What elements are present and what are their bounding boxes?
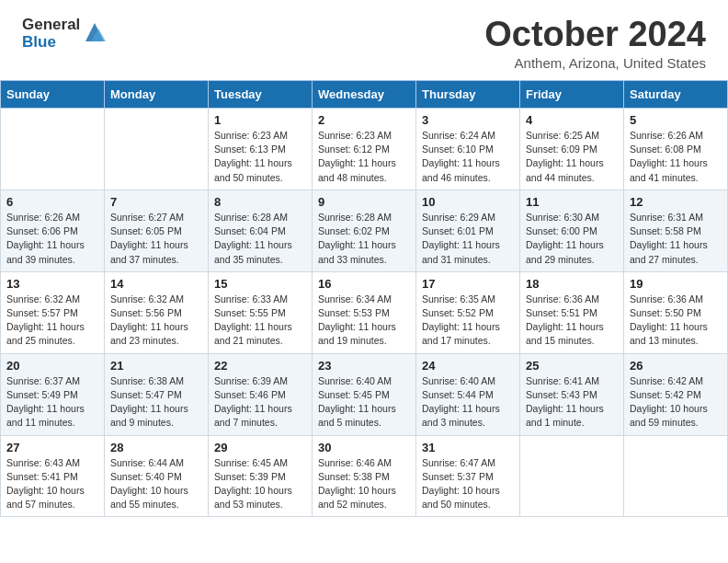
- day-info: Sunrise: 6:39 AM Sunset: 5:46 PM Dayligh…: [214, 374, 306, 431]
- day-number: 28: [110, 441, 202, 454]
- calendar-cell: [520, 435, 624, 517]
- calendar-cell: 12Sunrise: 6:31 AM Sunset: 5:58 PM Dayli…: [624, 190, 728, 271]
- day-number: 19: [630, 277, 722, 291]
- day-of-week-header: Thursday: [416, 81, 520, 109]
- calendar-week-row: 6Sunrise: 6:26 AM Sunset: 6:06 PM Daylig…: [1, 190, 728, 271]
- day-info: Sunrise: 6:23 AM Sunset: 6:12 PM Dayligh…: [318, 129, 410, 185]
- calendar-cell: 8Sunrise: 6:28 AM Sunset: 6:04 PM Daylig…: [209, 190, 313, 271]
- day-info: Sunrise: 6:24 AM Sunset: 6:10 PM Dayligh…: [422, 129, 514, 185]
- day-info: Sunrise: 6:33 AM Sunset: 5:55 PM Dayligh…: [214, 293, 306, 349]
- calendar-cell: 11Sunrise: 6:30 AM Sunset: 6:00 PM Dayli…: [520, 190, 624, 271]
- day-number: 31: [422, 441, 514, 454]
- day-number: 14: [110, 277, 202, 291]
- day-info: Sunrise: 6:32 AM Sunset: 5:56 PM Dayligh…: [110, 293, 202, 349]
- calendar-cell: 22Sunrise: 6:39 AM Sunset: 5:46 PM Dayli…: [209, 353, 313, 435]
- calendar-cell: 1Sunrise: 6:23 AM Sunset: 6:13 PM Daylig…: [209, 109, 313, 190]
- day-number: 13: [6, 277, 98, 291]
- day-number: 16: [318, 277, 410, 291]
- calendar-cell: 7Sunrise: 6:27 AM Sunset: 6:05 PM Daylig…: [105, 190, 209, 271]
- day-info: Sunrise: 6:36 AM Sunset: 5:51 PM Dayligh…: [526, 293, 618, 349]
- day-info: Sunrise: 6:25 AM Sunset: 6:09 PM Dayligh…: [526, 129, 618, 185]
- day-info: Sunrise: 6:27 AM Sunset: 6:05 PM Dayligh…: [110, 211, 202, 267]
- calendar-cell: 13Sunrise: 6:32 AM Sunset: 5:57 PM Dayli…: [1, 271, 105, 353]
- calendar-cell: [1, 109, 105, 190]
- calendar-cell: [624, 435, 728, 517]
- calendar-cell: 31Sunrise: 6:47 AM Sunset: 5:37 PM Dayli…: [416, 435, 520, 517]
- day-info: Sunrise: 6:29 AM Sunset: 6:01 PM Dayligh…: [422, 211, 514, 267]
- calendar-cell: [105, 109, 209, 190]
- day-number: 6: [6, 195, 98, 209]
- calendar-cell: 24Sunrise: 6:40 AM Sunset: 5:44 PM Dayli…: [416, 353, 520, 435]
- day-info: Sunrise: 6:32 AM Sunset: 5:57 PM Dayligh…: [6, 293, 98, 349]
- calendar-cell: 15Sunrise: 6:33 AM Sunset: 5:55 PM Dayli…: [209, 271, 313, 353]
- day-of-week-header: Wednesday: [313, 81, 416, 109]
- day-number: 22: [214, 359, 306, 373]
- calendar-cell: 28Sunrise: 6:44 AM Sunset: 5:40 PM Dayli…: [105, 435, 209, 517]
- day-number: 25: [526, 359, 618, 373]
- day-number: 23: [318, 359, 410, 373]
- calendar-cell: 5Sunrise: 6:26 AM Sunset: 6:08 PM Daylig…: [624, 109, 728, 190]
- day-info: Sunrise: 6:46 AM Sunset: 5:38 PM Dayligh…: [318, 456, 410, 512]
- calendar-cell: 4Sunrise: 6:25 AM Sunset: 6:09 PM Daylig…: [520, 109, 624, 190]
- day-info: Sunrise: 6:42 AM Sunset: 5:42 PM Dayligh…: [630, 374, 722, 431]
- day-number: 18: [526, 277, 618, 291]
- day-number: 3: [422, 113, 514, 127]
- day-info: Sunrise: 6:44 AM Sunset: 5:40 PM Dayligh…: [110, 456, 202, 512]
- calendar-cell: 23Sunrise: 6:40 AM Sunset: 5:45 PM Dayli…: [313, 353, 416, 435]
- page-header: General Blue October 2024 Anthem, Arizon…: [0, 0, 728, 80]
- title-block: October 2024 Anthem, Arizona, United Sta…: [484, 17, 706, 71]
- day-info: Sunrise: 6:40 AM Sunset: 5:45 PM Dayligh…: [318, 374, 410, 431]
- calendar-cell: 29Sunrise: 6:45 AM Sunset: 5:39 PM Dayli…: [209, 435, 313, 517]
- day-of-week-header: Saturday: [624, 81, 728, 109]
- day-info: Sunrise: 6:40 AM Sunset: 5:44 PM Dayligh…: [422, 374, 514, 431]
- day-number: 21: [110, 359, 202, 373]
- calendar-cell: 25Sunrise: 6:41 AM Sunset: 5:43 PM Dayli…: [520, 353, 624, 435]
- day-info: Sunrise: 6:26 AM Sunset: 6:08 PM Dayligh…: [630, 129, 722, 185]
- day-info: Sunrise: 6:28 AM Sunset: 6:04 PM Dayligh…: [214, 211, 306, 267]
- day-info: Sunrise: 6:26 AM Sunset: 6:06 PM Dayligh…: [6, 211, 98, 267]
- logo: General Blue: [22, 17, 108, 51]
- day-info: Sunrise: 6:36 AM Sunset: 5:50 PM Dayligh…: [630, 293, 722, 349]
- calendar-cell: 10Sunrise: 6:29 AM Sunset: 6:01 PM Dayli…: [416, 190, 520, 271]
- day-info: Sunrise: 6:23 AM Sunset: 6:13 PM Dayligh…: [214, 129, 306, 185]
- day-number: 2: [318, 113, 410, 127]
- day-number: 8: [214, 195, 306, 209]
- day-of-week-header: Friday: [520, 81, 624, 109]
- day-number: 29: [214, 441, 306, 454]
- day-number: 11: [526, 195, 618, 209]
- day-number: 24: [422, 359, 514, 373]
- day-of-week-header: Monday: [105, 81, 209, 109]
- day-number: 5: [630, 113, 722, 127]
- calendar-week-row: 27Sunrise: 6:43 AM Sunset: 5:41 PM Dayli…: [1, 435, 728, 517]
- day-number: 20: [6, 359, 98, 373]
- day-info: Sunrise: 6:47 AM Sunset: 5:37 PM Dayligh…: [422, 456, 514, 512]
- day-number: 30: [318, 441, 410, 454]
- calendar-cell: 14Sunrise: 6:32 AM Sunset: 5:56 PM Dayli…: [105, 271, 209, 353]
- calendar-cell: 27Sunrise: 6:43 AM Sunset: 5:41 PM Dayli…: [1, 435, 105, 517]
- logo-general-text: General: [22, 17, 80, 34]
- day-number: 1: [214, 113, 306, 127]
- calendar-cell: 19Sunrise: 6:36 AM Sunset: 5:50 PM Dayli…: [624, 271, 728, 353]
- location: Anthem, Arizona, United States: [484, 55, 706, 71]
- calendar-cell: 18Sunrise: 6:36 AM Sunset: 5:51 PM Dayli…: [520, 271, 624, 353]
- day-info: Sunrise: 6:31 AM Sunset: 5:58 PM Dayligh…: [630, 211, 722, 267]
- calendar-week-row: 13Sunrise: 6:32 AM Sunset: 5:57 PM Dayli…: [1, 271, 728, 353]
- calendar-cell: 17Sunrise: 6:35 AM Sunset: 5:52 PM Dayli…: [416, 271, 520, 353]
- day-info: Sunrise: 6:30 AM Sunset: 6:00 PM Dayligh…: [526, 211, 618, 267]
- calendar-week-row: 20Sunrise: 6:37 AM Sunset: 5:49 PM Dayli…: [1, 353, 728, 435]
- day-number: 9: [318, 195, 410, 209]
- day-info: Sunrise: 6:45 AM Sunset: 5:39 PM Dayligh…: [214, 456, 306, 512]
- calendar-week-row: 1Sunrise: 6:23 AM Sunset: 6:13 PM Daylig…: [1, 109, 728, 190]
- day-number: 27: [6, 441, 98, 454]
- day-of-week-header: Tuesday: [209, 81, 313, 109]
- calendar-cell: 6Sunrise: 6:26 AM Sunset: 6:06 PM Daylig…: [1, 190, 105, 271]
- day-number: 17: [422, 277, 514, 291]
- day-number: 7: [110, 195, 202, 209]
- calendar-cell: 3Sunrise: 6:24 AM Sunset: 6:10 PM Daylig…: [416, 109, 520, 190]
- day-info: Sunrise: 6:41 AM Sunset: 5:43 PM Dayligh…: [526, 374, 618, 431]
- day-info: Sunrise: 6:28 AM Sunset: 6:02 PM Dayligh…: [318, 211, 410, 267]
- day-info: Sunrise: 6:34 AM Sunset: 5:53 PM Dayligh…: [318, 293, 410, 349]
- logo-icon: [82, 19, 108, 45]
- day-number: 15: [214, 277, 306, 291]
- calendar-header-row: SundayMondayTuesdayWednesdayThursdayFrid…: [1, 81, 728, 109]
